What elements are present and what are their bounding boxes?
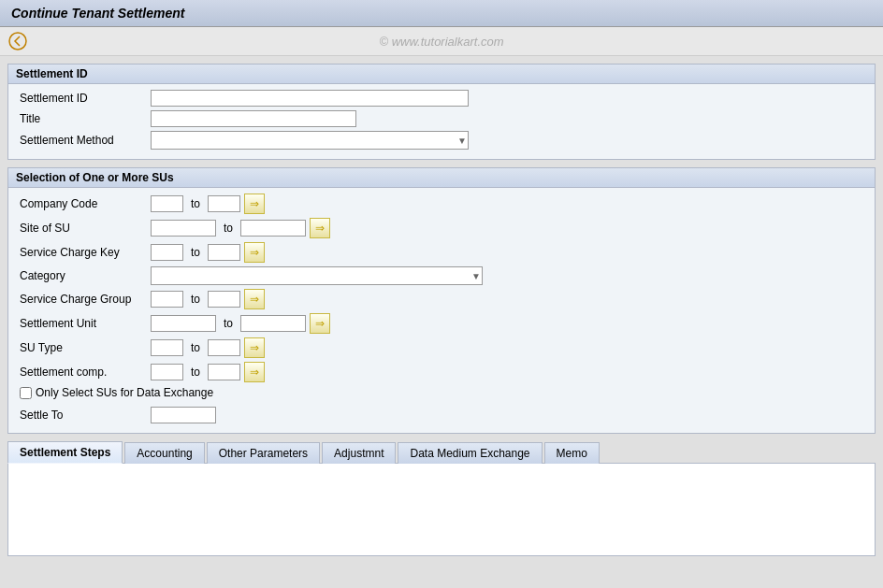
settlement-unit-to-label: to bbox=[224, 317, 233, 330]
title-input[interactable] bbox=[151, 110, 356, 127]
su-type-from[interactable] bbox=[151, 339, 183, 356]
settlement-comp-from[interactable] bbox=[151, 364, 183, 380]
settlement-unit-range: to ⇒ bbox=[151, 313, 330, 334]
settlement-unit-label: Settlement Unit bbox=[20, 317, 151, 330]
settlement-id-row: Settlement ID bbox=[20, 90, 863, 107]
settlement-id-section-content: Settlement ID Title Settlement Method ▼ bbox=[8, 84, 875, 159]
su-type-arrow-button[interactable]: ⇒ bbox=[244, 337, 265, 358]
settlement-comp-to-label: to bbox=[191, 366, 200, 379]
category-dropdown[interactable] bbox=[151, 266, 483, 285]
title-bar: Continue Tenant Settlement bbox=[0, 0, 883, 27]
category-label: Category bbox=[20, 269, 151, 282]
settlement-comp-to[interactable] bbox=[208, 364, 240, 380]
settlement-unit-to[interactable] bbox=[240, 315, 306, 332]
site-of-su-to[interactable] bbox=[240, 220, 306, 237]
su-type-to-label: to bbox=[191, 341, 200, 354]
settlement-unit-row: Settlement Unit to ⇒ bbox=[20, 313, 863, 334]
watermark: © www.tutorialkart.com bbox=[379, 35, 503, 49]
settlement-comp-arrow-button[interactable]: ⇒ bbox=[244, 362, 265, 382]
site-of-su-arrow-button[interactable]: ⇒ bbox=[310, 218, 330, 238]
tab-data-medium-exchange[interactable]: Data Medium Exchange bbox=[398, 442, 542, 464]
service-charge-key-row: Service Charge Key to ⇒ bbox=[20, 242, 863, 263]
back-button[interactable] bbox=[7, 31, 28, 51]
service-charge-group-row: Service Charge Group to ⇒ bbox=[20, 289, 863, 309]
company-code-to-label: to bbox=[191, 197, 200, 210]
settlement-id-section: Settlement ID Settlement ID Title Settle… bbox=[7, 64, 876, 160]
settle-to-label: Settle To bbox=[20, 409, 151, 422]
toolbar: © www.tutorialkart.com bbox=[0, 27, 883, 56]
page-title: Continue Tenant Settlement bbox=[11, 6, 184, 21]
settlement-unit-from[interactable] bbox=[151, 315, 216, 332]
tab-memo[interactable]: Memo bbox=[544, 442, 600, 464]
service-charge-group-label: Service Charge Group bbox=[20, 293, 151, 306]
site-of-su-label: Site of SU bbox=[20, 222, 151, 235]
settle-to-input[interactable] bbox=[151, 407, 216, 423]
service-charge-key-arrow-button[interactable]: ⇒ bbox=[244, 242, 265, 263]
settlement-method-label: Settlement Method bbox=[20, 134, 151, 147]
settlement-comp-row: Settlement comp. to ⇒ bbox=[20, 362, 863, 382]
service-charge-group-to[interactable] bbox=[208, 291, 240, 308]
service-charge-key-label: Service Charge Key bbox=[20, 246, 151, 259]
category-dropdown-wrapper: ▼ bbox=[151, 266, 483, 285]
tabs-container: Settlement Steps Accounting Other Parame… bbox=[7, 441, 876, 464]
settlement-id-label: Settlement ID bbox=[20, 92, 151, 105]
company-code-row: Company Code to ⇒ bbox=[20, 194, 863, 214]
settlement-id-input[interactable] bbox=[151, 90, 469, 107]
service-charge-key-to-label: to bbox=[191, 246, 200, 259]
service-charge-key-range: to ⇒ bbox=[151, 242, 265, 263]
selection-section-title: Selection of One or More SUs bbox=[8, 168, 875, 188]
service-charge-group-arrow-button[interactable]: ⇒ bbox=[244, 289, 265, 309]
site-of-su-row: Site of SU to ⇒ bbox=[20, 218, 863, 238]
tabs-area: Settlement Steps Accounting Other Parame… bbox=[7, 441, 876, 556]
company-code-to[interactable] bbox=[208, 195, 240, 212]
company-code-arrow-button[interactable]: ⇒ bbox=[244, 194, 265, 214]
title-row: Title bbox=[20, 110, 863, 127]
site-of-su-to-label: to bbox=[224, 222, 233, 235]
tab-settlement-steps[interactable]: Settlement Steps bbox=[7, 441, 123, 464]
settlement-method-wrapper: ▼ bbox=[151, 131, 469, 150]
service-charge-group-range: to ⇒ bbox=[151, 289, 265, 309]
service-charge-group-from[interactable] bbox=[151, 291, 183, 308]
settlement-method-row: Settlement Method ▼ bbox=[20, 131, 863, 150]
settlement-comp-label: Settlement comp. bbox=[20, 366, 151, 379]
service-charge-key-to[interactable] bbox=[208, 244, 240, 261]
service-charge-group-to-label: to bbox=[191, 293, 200, 306]
settlement-unit-arrow-button[interactable]: ⇒ bbox=[310, 313, 330, 334]
svg-point-0 bbox=[9, 33, 26, 50]
data-exchange-label: Only Select SUs for Data Exchange bbox=[36, 386, 213, 399]
data-exchange-checkbox[interactable] bbox=[20, 387, 32, 399]
site-of-su-range: to ⇒ bbox=[151, 218, 330, 238]
tab-adjustmnt[interactable]: Adjustmnt bbox=[322, 442, 396, 464]
selection-section-content: Company Code to ⇒ Site of SU to ⇒ bbox=[8, 188, 875, 433]
title-label: Title bbox=[20, 112, 151, 125]
tab-accounting[interactable]: Accounting bbox=[124, 442, 204, 464]
site-of-su-from[interactable] bbox=[151, 220, 216, 237]
company-code-label: Company Code bbox=[20, 197, 151, 210]
settlement-comp-range: to ⇒ bbox=[151, 362, 265, 382]
tab-content bbox=[7, 463, 876, 556]
selection-section: Selection of One or More SUs Company Cod… bbox=[7, 167, 876, 434]
service-charge-key-from[interactable] bbox=[151, 244, 183, 261]
settle-to-row: Settle To bbox=[20, 407, 863, 423]
checkbox-row: Only Select SUs for Data Exchange bbox=[20, 386, 863, 399]
category-row: Category ▼ bbox=[20, 266, 863, 285]
su-type-label: SU Type bbox=[20, 341, 151, 354]
su-type-to[interactable] bbox=[208, 339, 240, 356]
main-content: Settlement ID Settlement ID Title Settle… bbox=[0, 56, 883, 564]
settlement-method-dropdown[interactable] bbox=[151, 131, 469, 150]
tab-other-parameters[interactable]: Other Parameters bbox=[207, 442, 320, 464]
settlement-id-section-title: Settlement ID bbox=[8, 65, 875, 84]
company-code-from[interactable] bbox=[151, 195, 183, 212]
su-type-row: SU Type to ⇒ bbox=[20, 337, 863, 358]
company-code-range: to ⇒ bbox=[151, 194, 265, 214]
su-type-range: to ⇒ bbox=[151, 337, 265, 358]
